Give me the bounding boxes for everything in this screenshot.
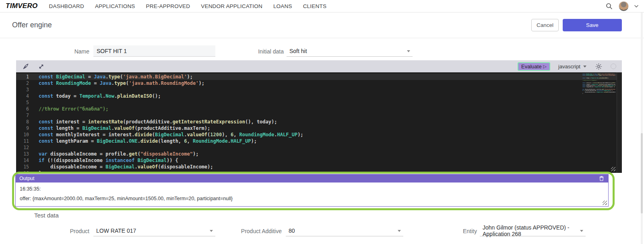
- line-number: 16: [16, 170, 29, 173]
- user-avatar[interactable]: [619, 1, 629, 11]
- page-header: Offer engine Cancel Save: [0, 12, 644, 38]
- code-line[interactable]: 4const today = Temporal.Now.plainDateISO…: [16, 93, 622, 99]
- nav-item-vendor-application[interactable]: VENDOR APPLICATION: [201, 3, 262, 9]
- code-line[interactable]: 11const lengthParam = BigDecimal.ONE.div…: [16, 138, 622, 144]
- entity-label: Entity: [450, 228, 477, 234]
- info-circle-icon[interactable]: [611, 64, 616, 69]
- output-header: Output: [15, 174, 609, 182]
- line-number: 9: [16, 125, 29, 131]
- code-line[interactable]: 14if (!(disposableIncome instanceof BigD…: [16, 157, 622, 164]
- expand-icon[interactable]: [37, 62, 45, 70]
- code-line[interactable]: 6//throw Error("блабла");: [16, 106, 622, 112]
- theme-sun-icon[interactable]: [594, 62, 603, 70]
- output-body: 16:35:35: offer: {maxAmount=2000.00, max…: [15, 182, 609, 207]
- minimap-line: disposableIncome = BigDecimal.valueOf(di…: [582, 92, 615, 93]
- top-navbar: TIMVERO DASHBOARDAPPLICATIONSPRE-APPROVE…: [0, 0, 644, 12]
- code-line[interactable]: 13var disposableIncome = profile.get("di…: [16, 151, 622, 157]
- minimap-line: const RoundingMode = Java.type('java.mat…: [582, 75, 615, 76]
- output-result: offer: {maxAmount=2000.00, maxTerm=25, m…: [20, 196, 604, 201]
- code-line[interactable]: 5: [16, 99, 622, 106]
- nav-item-dashboard[interactable]: DASHBOARD: [49, 3, 84, 9]
- code-line[interactable]: 9const length = BigDecimal.valueOf(produ…: [16, 125, 622, 131]
- minimap-line: const lengthParam = BigDecimal.ONE.divid…: [582, 86, 615, 88]
- chevron-down-icon: [583, 66, 586, 68]
- trash-icon[interactable]: [599, 176, 605, 181]
- triangle-down-icon: [580, 230, 583, 232]
- line-number: 10: [16, 131, 29, 138]
- language-select[interactable]: javascript: [558, 64, 586, 70]
- code-line[interactable]: 3: [16, 86, 622, 93]
- line-number: 2: [16, 80, 29, 86]
- code-line[interactable]: 7: [16, 112, 622, 119]
- triangle-down-icon: [407, 50, 410, 52]
- feather-pen-icon[interactable]: [22, 62, 30, 70]
- cancel-button[interactable]: Cancel: [531, 19, 559, 31]
- line-number: 4: [16, 93, 29, 99]
- offer-engine-page: TIMVERO DASHBOARDAPPLICATIONSPRE-APPROVE…: [0, 0, 644, 244]
- code-line[interactable]: 15 disposableIncome = BigDecimal.valueOf…: [16, 164, 622, 170]
- line-number: 14: [16, 157, 29, 164]
- code-editor: Evaluate ▷ javascript 1const BigDecimal …: [16, 60, 622, 173]
- product-value: LOW RATE 017: [96, 228, 136, 234]
- line-number: 8: [16, 119, 29, 125]
- user-menu-chevron-icon[interactable]: [634, 4, 638, 8]
- editor-toolbar: Evaluate ▷ javascript: [16, 60, 622, 72]
- code-line[interactable]: 8const interest = interestRate(productAd…: [16, 119, 622, 125]
- navbar-right: [605, 1, 638, 11]
- page-scrollbar[interactable]: [641, 12, 643, 244]
- search-icon[interactable]: [605, 2, 613, 10]
- triangle-down-icon: [398, 230, 401, 232]
- line-number: 13: [16, 151, 29, 157]
- output-timestamp: 16:35:35:: [20, 186, 604, 192]
- test-data-title: Test data: [34, 212, 59, 219]
- line-number: 15: [16, 164, 29, 170]
- product-additive-select[interactable]: 80: [286, 225, 403, 236]
- editor-toolbar-right: Evaluate ▷ javascript: [518, 62, 616, 71]
- play-icon: ▷: [543, 64, 547, 69]
- code-line[interactable]: 2const RoundingMode = Java.type('java.ma…: [16, 80, 622, 86]
- app-logo[interactable]: TIMVERO: [6, 2, 38, 10]
- line-number: 12: [16, 144, 29, 151]
- nav-item-loans[interactable]: LOANS: [273, 3, 292, 9]
- initial-data-label: Initial data: [242, 48, 284, 55]
- evaluate-button[interactable]: Evaluate ▷: [518, 62, 550, 71]
- initial-data-select[interactable]: Soft hit: [287, 45, 413, 57]
- line-number: 7: [16, 112, 29, 119]
- nav-item-pre-approved[interactable]: PRE-APPROVED: [146, 3, 190, 9]
- editor-minimap[interactable]: const BigDecimal = Java.type('java.math.…: [582, 74, 615, 122]
- line-number: 6: [16, 106, 29, 112]
- editor-scrollbar[interactable]: [617, 72, 622, 173]
- output-panel: Output 16:35:35: offer: {maxAmount=2000.…: [15, 174, 609, 207]
- product-additive-label: Product Additive: [241, 228, 282, 234]
- product-select[interactable]: LOW RATE 017: [93, 225, 215, 236]
- line-number: 3: [16, 86, 29, 93]
- evaluate-label: Evaluate: [521, 64, 542, 70]
- page-title: Offer engine: [12, 21, 52, 29]
- triangle-down-icon: [210, 230, 213, 232]
- code-text-area[interactable]: 1const BigDecimal = Java.type('java.math…: [16, 72, 622, 173]
- editor-resize-handle[interactable]: [611, 167, 615, 171]
- entity-value: John Gilmor (status APPROVED) - Applicat…: [483, 224, 577, 237]
- nav-item-clients[interactable]: CLIENTS: [303, 3, 326, 9]
- product-label: Product: [48, 228, 89, 234]
- code-line[interactable]: 1const BigDecimal = Java.type('java.math…: [16, 74, 622, 80]
- name-label: Name: [48, 48, 89, 55]
- line-number: 5: [16, 99, 29, 106]
- initial-data-value: Soft hit: [289, 48, 307, 54]
- line-number: 1: [16, 74, 29, 80]
- main-nav: DASHBOARDAPPLICATIONSPRE-APPROVEDVENDOR …: [49, 3, 327, 9]
- output-resize-handle[interactable]: [603, 201, 607, 205]
- code-line[interactable]: 16}: [16, 170, 622, 173]
- product-additive-value: 80: [289, 228, 295, 234]
- output-title: Output: [19, 176, 35, 181]
- language-value: javascript: [558, 64, 580, 70]
- code-line[interactable]: 12: [16, 144, 622, 151]
- code-line[interactable]: 10const monthlyInterest = interest.divid…: [16, 131, 622, 138]
- entity-select[interactable]: John Gilmor (status APPROVED) - Applicat…: [480, 225, 586, 236]
- name-input[interactable]: [93, 45, 215, 57]
- nav-item-applications[interactable]: APPLICATIONS: [95, 3, 135, 9]
- save-button[interactable]: Save: [563, 19, 622, 31]
- line-number: 11: [16, 138, 29, 144]
- minimap-line: }: [582, 93, 615, 94]
- page-scrollbar-thumb[interactable]: [641, 133, 643, 213]
